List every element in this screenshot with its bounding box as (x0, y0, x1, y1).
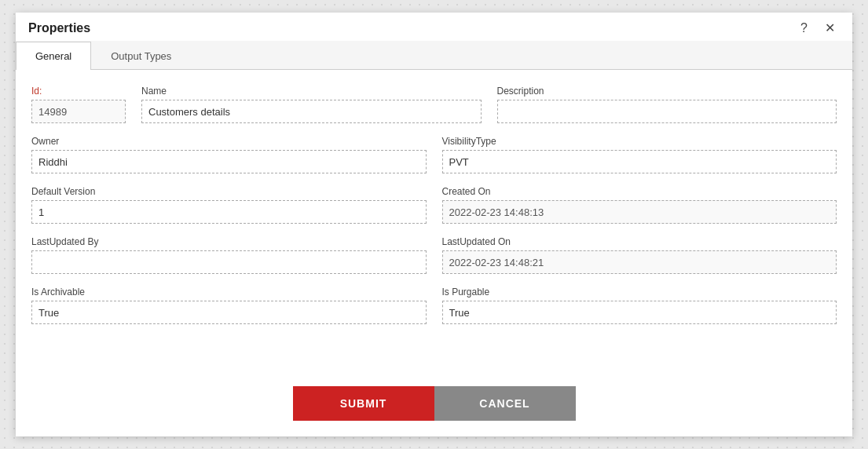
dialog-footer: SUBMIT CANCEL (16, 372, 852, 436)
created-on-label: Created On (442, 186, 837, 197)
close-button[interactable]: ✕ (820, 20, 840, 36)
form-row-5: Is Archivable Is Purgable (31, 287, 837, 324)
is-archivable-input[interactable] (31, 301, 427, 324)
visibility-type-group: VisibilityType (442, 136, 837, 173)
tabs-bar: General Output Types (16, 41, 852, 70)
visibility-type-input[interactable] (442, 150, 837, 173)
submit-button[interactable]: SUBMIT (293, 386, 434, 421)
form-row-4: LastUpdated By LastUpdated On (31, 236, 837, 274)
name-input[interactable] (141, 100, 482, 123)
id-label: Id: (31, 86, 126, 97)
help-button[interactable]: ? (796, 20, 812, 36)
last-updated-on-label: LastUpdated On (442, 236, 837, 247)
form-row-3: Default Version Created On (31, 186, 837, 224)
owner-label: Owner (31, 136, 427, 147)
is-archivable-group: Is Archivable (31, 287, 427, 324)
is-purgable-label: Is Purgable (442, 287, 837, 298)
description-group: Description (497, 86, 837, 123)
last-updated-by-group: LastUpdated By (31, 236, 427, 274)
dialog-header: Properties ? ✕ (16, 13, 852, 41)
owner-input[interactable] (31, 150, 427, 173)
form-row-1: Id: Name Description (31, 86, 837, 123)
last-updated-on-group: LastUpdated On (442, 236, 837, 274)
name-group: Name (141, 86, 482, 123)
is-purgable-group: Is Purgable (442, 287, 837, 324)
description-input[interactable] (497, 100, 837, 123)
properties-dialog: Properties ? ✕ General Output Types Id: … (16, 13, 852, 436)
form-row-2: Owner VisibilityType (31, 136, 837, 173)
id-input[interactable] (31, 100, 126, 123)
tab-output-types[interactable]: Output Types (91, 42, 191, 70)
tab-general[interactable]: General (16, 42, 91, 70)
created-on-group: Created On (442, 186, 837, 224)
form-body: Id: Name Description Owner VisibilityTyp… (16, 70, 852, 372)
name-label: Name (141, 86, 482, 97)
default-version-label: Default Version (31, 186, 427, 197)
visibility-type-label: VisibilityType (442, 136, 837, 147)
owner-group: Owner (31, 136, 427, 173)
dialog-title: Properties (28, 21, 90, 35)
last-updated-by-label: LastUpdated By (31, 236, 427, 247)
id-group: Id: (31, 86, 126, 123)
default-version-input[interactable] (31, 200, 427, 224)
header-icons: ? ✕ (796, 20, 840, 36)
last-updated-by-input[interactable] (31, 250, 427, 274)
last-updated-on-input[interactable] (442, 250, 837, 274)
is-purgable-input[interactable] (442, 301, 837, 324)
is-archivable-label: Is Archivable (31, 287, 427, 298)
default-version-group: Default Version (31, 186, 427, 224)
cancel-button[interactable]: CANCEL (434, 386, 576, 421)
description-label: Description (497, 86, 837, 97)
created-on-input[interactable] (442, 200, 837, 224)
